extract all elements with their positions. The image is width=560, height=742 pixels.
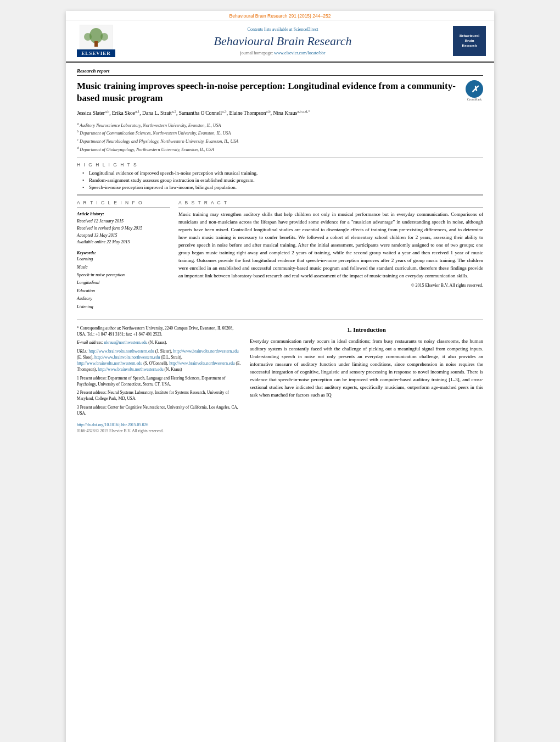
received-revised-date: Received in revised form 9 May 2015 [77, 225, 170, 232]
affiliation-d: d Department of Otolaryngology, Northwes… [77, 145, 483, 153]
bbr-logo-text: BehaviouralBrainResearch [460, 34, 480, 48]
note-1: 1 Present address: Department of Speech,… [77, 375, 242, 388]
url-kraus[interactable]: http://www.brainvolts.northwestern.edu [98, 367, 163, 372]
journal-citation-bar: Behavioural Brain Research 291 (2015) 24… [66, 11, 494, 20]
crossmark-icon: ✗ [466, 80, 483, 98]
bbr-logo: BehaviouralBrainResearch [447, 26, 486, 56]
highlight-item-3: Speech-in-noise perception improved in l… [82, 185, 483, 190]
article-content: Research report Music training improves … [66, 63, 494, 440]
elsevier-tree-graphic [80, 25, 113, 49]
url-strait[interactable]: http://www.brainvolts.northwestern.edu [94, 355, 160, 360]
keyword-6: Auditory [77, 295, 170, 303]
urls-label: URLs: [77, 349, 88, 354]
email-person: (N. Kraus). [148, 340, 167, 345]
journal-citation: Behavioural Brain Research 291 (2015) 24… [229, 13, 331, 19]
keyword-1: Learning [77, 255, 170, 263]
copyright-line: © 2015 Elsevier B.V. All rights reserved… [178, 283, 483, 288]
article-info-abstract: A R T I C L E I N F O Article history: R… [77, 200, 483, 311]
crossmark-label: CrossMark [466, 98, 483, 101]
article-info-label: A R T I C L E I N F O [77, 200, 170, 208]
highlight-item-1: Longitudinal evidence of improved speech… [82, 170, 483, 176]
abstract-text: Music training may strengthen auditory s… [178, 211, 483, 280]
introduction-heading: 1. Introduction [250, 325, 483, 334]
keyword-7: Listening [77, 303, 170, 311]
svg-point-3 [84, 33, 92, 41]
keywords-section: Keywords: Learning Music Speech-in-noise… [77, 250, 170, 311]
journal-homepage: journal homepage: www.elsevier.com/locat… [118, 51, 447, 55]
article-title: Music training improves speech-in-noise … [77, 80, 460, 104]
journal-header: ELSEVIER Contents lists available at Sci… [66, 20, 494, 63]
divider-1 [77, 157, 483, 158]
article-history: Article history: Received 12 January 201… [77, 211, 170, 246]
keyword-4: Longitudinal [77, 279, 170, 287]
highlights-label: H I G H L I G H T S [77, 162, 483, 168]
abstract-col: A B S T R A C T Music training may stren… [178, 200, 483, 311]
urls-note: URLs: http://www.brainvolts.northwestern… [77, 348, 242, 373]
keyword-3: Speech-in-noise perception [77, 271, 170, 279]
contents-available-line: Contents lists available at ScienceDirec… [118, 27, 447, 32]
keyword-2: Music [77, 264, 170, 271]
article-type: Research report [77, 68, 483, 76]
url-skoe[interactable]: http://www.brainvolts.northwestern.edu [173, 349, 239, 354]
footnotes-col: * Corresponding author at: Northwestern … [77, 325, 242, 434]
journal-url[interactable]: www.elsevier.com/locate/bbr [274, 51, 325, 55]
abstract-label: A B S T R A C T [178, 200, 483, 208]
affiliation-a: a Auditory Neuroscience Laboratory, Nort… [77, 121, 483, 129]
corresponding-author-note: * Corresponding author at: Northwestern … [77, 325, 242, 338]
svg-point-4 [100, 33, 108, 41]
issn-line: 0166-4328/© 2015 Elsevier B.V. All right… [77, 428, 242, 434]
journal-title-section: Contents lists available at ScienceDirec… [118, 27, 447, 55]
history-label: Article history: [77, 211, 170, 218]
article-info-col: A R T I C L E I N F O Article history: R… [77, 200, 170, 311]
article-title-section: Music training improves speech-in-noise … [77, 80, 483, 104]
introduction-text: Everyday communication rarely occurs in … [250, 338, 483, 399]
received-date: Received 12 January 2015 [77, 218, 170, 225]
bottom-section: * Corresponding author at: Northwestern … [77, 319, 483, 434]
affiliations: a Auditory Neuroscience Laboratory, Nort… [77, 121, 483, 153]
authors-line: Jessica Slatera,b, Erika Skoea,1, Dana L… [77, 109, 483, 117]
email-label: E-mail address: [77, 340, 103, 345]
keyword-5: Education [77, 287, 170, 295]
url-slater[interactable]: http://www.brainvolts.northwestern.edu [88, 349, 154, 354]
available-date: Available online 22 May 2015 [77, 239, 170, 246]
note-3: 3 Present address: Center for Cognitive … [77, 404, 242, 417]
url-thompson[interactable]: http://www.brainvolts.northwestern.edu [169, 361, 234, 366]
divider-2 [77, 194, 483, 196]
introduction-col: 1. Introduction Everyday communication r… [250, 325, 483, 434]
elsevier-text: ELSEVIER [77, 49, 115, 57]
highlights-section: H I G H L I G H T S Longitudinal evidenc… [77, 162, 483, 190]
elsevier-logo: ELSEVIER [74, 25, 118, 57]
affiliation-c: c Department of Neurobiology and Physiol… [77, 137, 483, 145]
url-oconnell[interactable]: http://www.brainvolts.northwestern.edu [77, 361, 142, 366]
keywords-label: Keywords: [77, 250, 170, 255]
email-link[interactable]: nkraus@northwestern.edu [104, 340, 148, 345]
bbr-logo-box: BehaviouralBrainResearch [453, 26, 486, 56]
highlight-item-2: Random-assignment study assesses group i… [82, 177, 483, 183]
article-page: Behavioural Brain Research 291 (2015) 24… [66, 11, 494, 742]
keywords-list: Learning Music Speech-in-noise perceptio… [77, 255, 170, 311]
journal-title: Behavioural Brain Research [118, 34, 447, 48]
svg-rect-2 [94, 41, 98, 47]
affiliation-b: b Department of Communication Sciences, … [77, 129, 483, 137]
sciencedirect-link[interactable]: ScienceDirect [294, 27, 318, 32]
doi-line[interactable]: http://dx.doi.org/10.1016/j.bbr.2015.05.… [77, 422, 242, 428]
note-2: 2 Present address: Neural Systems Labora… [77, 389, 242, 402]
accepted-date: Accepted 13 May 2015 [77, 232, 170, 239]
crossmark-badge[interactable]: ✗ CrossMark [466, 80, 483, 101]
highlights-list: Longitudinal evidence of improved speech… [77, 170, 483, 190]
email-note: E-mail address: nkraus@northwestern.edu … [77, 339, 242, 345]
